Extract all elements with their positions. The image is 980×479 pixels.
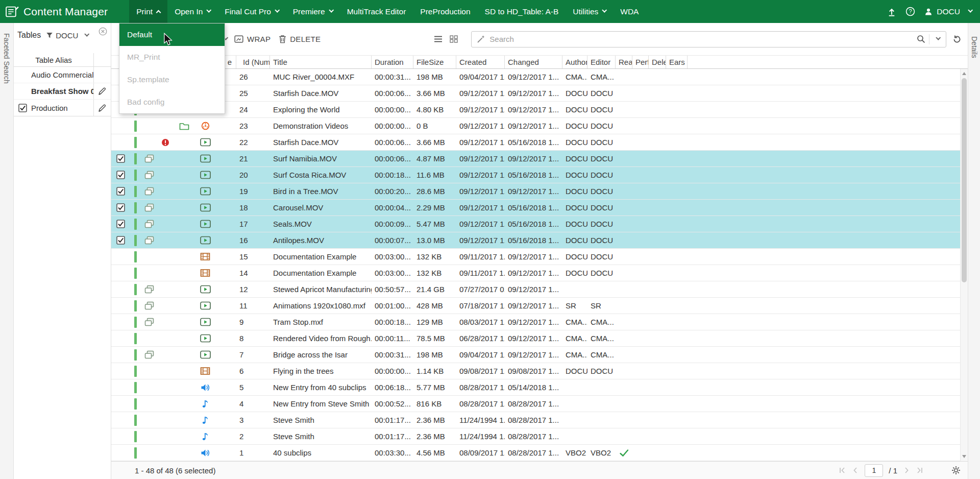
details-tab[interactable]: Details — [968, 23, 980, 479]
table-row[interactable]: 21Surf Namibia.MOV00:00:06...4.87 MB09/1… — [111, 151, 968, 167]
menu-open-in[interactable]: Open In — [167, 0, 217, 23]
menu-final-cut-pro[interactable]: Final Cut Pro — [217, 0, 285, 23]
next-page-button[interactable] — [903, 467, 910, 474]
menu-preproduction[interactable]: PreProduction — [413, 0, 477, 23]
column-header-created[interactable]: Created — [456, 56, 505, 68]
table-row[interactable]: 14Documentation Example00:03:00...132 KB… — [111, 265, 968, 281]
wrap-button[interactable]: WRAP — [234, 35, 271, 43]
table-row[interactable]: 3Steve Smith00:01:17...2.36 MB11/24/1994… — [111, 412, 968, 428]
scrollbar-thumb[interactable] — [962, 78, 967, 282]
column-header-perf[interactable]: Perfo — [632, 56, 649, 68]
table-filter-dropdown[interactable]: DOCU — [46, 31, 88, 40]
column-header-changed[interactable]: Changed — [505, 56, 562, 68]
prev-page-button[interactable] — [852, 467, 859, 474]
row-checkbox-checked[interactable] — [111, 200, 130, 215]
cell-filesize: 4.80 KB — [413, 105, 456, 114]
row-checkbox-slot — [111, 118, 130, 134]
menu-premiere[interactable]: Premiere — [286, 0, 340, 23]
error-slot — [157, 363, 174, 379]
row-checkbox-checked[interactable] — [111, 167, 130, 183]
delete-button[interactable]: DELETE — [279, 35, 321, 43]
table-row[interactable]: 26MUC River_00004.MXF00:00:31...198 MB09… — [111, 69, 968, 85]
column-header-title[interactable]: Title — [270, 56, 372, 68]
table-row[interactable]: 18Carousel.MOV00:00:04...2.29 MB09/12/20… — [111, 200, 968, 216]
column-header-author[interactable]: Author — [562, 56, 587, 68]
close-panel-icon[interactable] — [99, 27, 107, 36]
column-header-del[interactable]: Delet — [649, 56, 666, 68]
table-row[interactable]: 19Bird in a Tree.MOV00:00:20...28.6 MB09… — [111, 183, 968, 200]
print-menu-item-sp-template[interactable]: Sp.template — [119, 68, 225, 91]
table-row[interactable]: 20Surf Costa Rica.MOV00:00:18...11.6 MB0… — [111, 167, 968, 183]
folder-slot — [174, 167, 195, 183]
column-header-duration[interactable]: Duration — [372, 56, 413, 68]
table-row[interactable]: 5New Entry from 40 subclips00:06:18...5.… — [111, 379, 968, 396]
table-row[interactable]: 9Tram Stop.mxf00:00:18...129 MB08/03/201… — [111, 314, 968, 330]
table-row[interactable]: 22Starfish Dace.MOV00:00:06...3.66 MB09/… — [111, 134, 968, 151]
print-menu-item-bad-config[interactable]: Bad config — [119, 91, 225, 113]
column-header-filesize[interactable]: FileSize — [413, 56, 456, 68]
table-row[interactable]: 6Flying in the trees00:00:00...1.14 KB09… — [111, 363, 968, 379]
table-row[interactable]: 16Antilopes.MOV00:00:07...13.0 MB09/12/2… — [111, 232, 968, 249]
clip-group-slot — [141, 412, 157, 428]
page-input[interactable] — [865, 464, 883, 477]
column-header-ears[interactable]: Ears — [666, 56, 688, 68]
scroll-down-arrow[interactable] — [962, 455, 966, 458]
row-checkbox-checked[interactable] — [111, 232, 130, 248]
table-row[interactable]: 17Seals.MOV00:00:09...5.47 MB09/12/2017 … — [111, 216, 968, 232]
table-row[interactable]: 140 subclips00:03:30...4.56 MB08/09/2017… — [111, 445, 968, 461]
music-note-icon — [195, 396, 215, 412]
cell-editor: DOCU — [587, 220, 616, 228]
edit-pen-icon[interactable] — [93, 100, 111, 116]
menu-wda[interactable]: WDA — [613, 0, 646, 23]
settings-gear-icon[interactable] — [951, 466, 961, 475]
table-row[interactable]: 11Animations 1920x1080.mxf00:01:00...428… — [111, 298, 968, 314]
user-menu[interactable]: DOCU — [924, 7, 972, 16]
search-input[interactable] — [489, 32, 913, 47]
faceted-search-tab[interactable]: Faceted Search — [0, 23, 14, 479]
print-menu-item-mr-print[interactable]: MR_Print — [119, 46, 225, 68]
table-row[interactable]: 15Documentation Example00:03:00...132 KB… — [111, 249, 968, 265]
column-header-id[interactable]: Id (Numb — [236, 56, 270, 68]
search-icon[interactable] — [913, 32, 929, 47]
table-row[interactable]: 2Steve Smith00:01:17...2.36 MB11/24/1994… — [111, 428, 968, 445]
column-header-editor[interactable]: Editor — [587, 56, 616, 68]
cell-duration: 00:00:06... — [372, 138, 413, 147]
table-alias-row[interactable]: Audio Commercials — [14, 67, 111, 83]
scroll-up-arrow[interactable] — [962, 72, 966, 75]
row-checkbox-checked[interactable] — [111, 183, 130, 199]
clip-group-slot — [141, 265, 157, 281]
refresh-icon[interactable] — [952, 35, 962, 44]
table-row[interactable]: 25Starfish Dace.MOV00:00:06...3.66 MB09/… — [111, 85, 968, 102]
grid-view-button[interactable] — [450, 35, 458, 43]
table-row[interactable]: 23Demonstration Videos00:00:00...0 B09/1… — [111, 118, 968, 134]
row-checkbox-checked[interactable] — [111, 151, 130, 166]
upload-icon[interactable] — [887, 7, 896, 16]
vertical-scrollbar[interactable] — [960, 69, 968, 461]
last-page-button[interactable] — [916, 467, 923, 474]
checkbox-checked[interactable] — [14, 104, 31, 112]
column-header-read[interactable]: Read — [616, 56, 632, 68]
table-alias-row[interactable]: Production — [14, 100, 111, 116]
print-menu-item-default[interactable]: Default — [119, 23, 225, 46]
table-row[interactable]: 7Bridge across the Isar00:00:31...198 MB… — [111, 347, 968, 363]
help-icon[interactable]: ? — [905, 7, 915, 16]
table-row[interactable]: 12Stewed Apricot Manufacturing00:50:57..… — [111, 281, 968, 298]
status-indicator — [130, 445, 141, 461]
table-alias-row[interactable]: Breakfast Show 06... — [14, 83, 111, 100]
edit-pen-icon[interactable] — [93, 83, 111, 99]
cell-title: Surf Costa Rica.MOV — [270, 171, 372, 179]
menu-print[interactable]: Print — [129, 0, 167, 23]
list-view-button[interactable] — [434, 35, 443, 43]
first-page-button[interactable] — [839, 467, 846, 474]
menu-sd-to-hd-table-a-b[interactable]: SD to HD_Table: A-B — [478, 0, 566, 23]
row-checkbox-checked[interactable] — [111, 216, 130, 232]
search-options-chevron[interactable] — [929, 32, 946, 47]
menu-multitrack-editor[interactable]: MultiTrack Editor — [340, 0, 413, 23]
menu-utilities[interactable]: Utilities — [566, 0, 613, 23]
table-row[interactable]: 4New Entry from Steve Smith00:00:52...81… — [111, 396, 968, 412]
green-indicator-bar — [134, 415, 137, 426]
error-slot — [157, 265, 174, 281]
table-row[interactable]: 24Exploring the World00:00:00...4.80 KB0… — [111, 102, 968, 118]
read-slot — [616, 167, 632, 183]
table-row[interactable]: 8Rendered Video from Rough...00:00:11...… — [111, 330, 968, 347]
